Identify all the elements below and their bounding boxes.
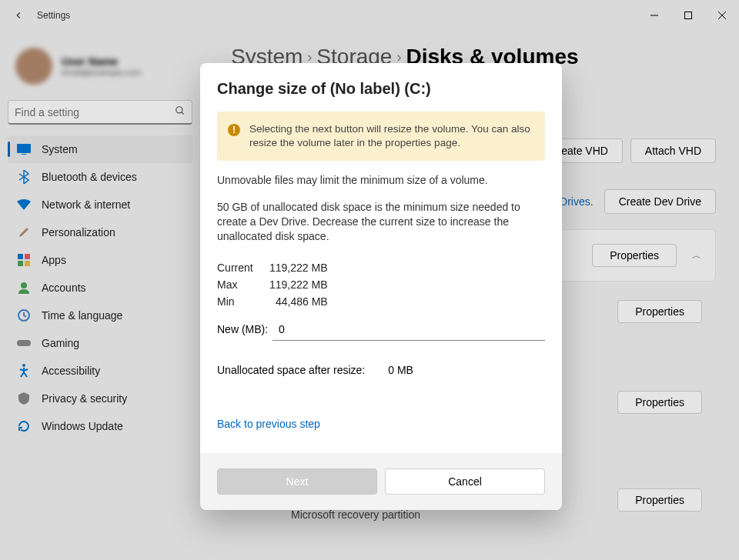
warning-icon: ! (228, 124, 240, 136)
resize-dialog: Change size of (No label) (C:) ! Selecti… (200, 63, 562, 510)
min-label: Min (217, 295, 263, 308)
new-size-label: New (MB): (217, 323, 273, 335)
unallocated-value: 0 MB (388, 364, 413, 376)
current-label: Current (217, 262, 263, 274)
info-text-1: Unmovable files may limit the minimum si… (217, 173, 545, 188)
unallocated-row: Unallocated space after resize: 0 MB (217, 364, 545, 376)
warning-banner: ! Selecting the next button will resize … (217, 112, 545, 161)
dialog-title: Change size of (No label) (C:) (217, 80, 545, 98)
min-value: 44,486 MB (269, 295, 328, 308)
dialog-footer: Next Cancel (200, 453, 562, 510)
max-label: Max (217, 278, 263, 291)
info-text-2: 50 GB of unallocated disk space is the m… (217, 200, 545, 244)
back-to-previous-link[interactable]: Back to previous step (217, 418, 320, 430)
unallocated-label: Unallocated space after resize: (217, 364, 365, 376)
warning-text: Selecting the next button will resize th… (249, 123, 530, 148)
new-size-input[interactable] (273, 318, 545, 341)
max-value: 119,222 MB (269, 278, 328, 291)
current-value: 119,222 MB (269, 262, 328, 274)
cancel-button[interactable]: Cancel (385, 468, 545, 495)
new-size-row: New (MB): (217, 318, 545, 341)
size-info: Current 119,222 MB Max 119,222 MB Min 44… (217, 259, 545, 310)
next-button[interactable]: Next (217, 468, 377, 495)
